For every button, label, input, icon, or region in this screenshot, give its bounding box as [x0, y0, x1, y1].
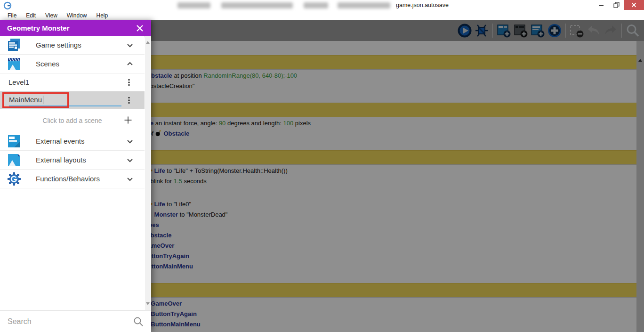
minimize-icon — [598, 2, 604, 8]
restore-icon — [613, 2, 620, 8]
chevron-down-icon[interactable] — [126, 41, 134, 49]
project-title: Geometry Monster — [7, 24, 70, 32]
menu-help[interactable]: Help — [92, 11, 113, 20]
game-settings-icon — [6, 37, 22, 53]
sidebar-item-label: Game settings — [36, 41, 81, 49]
drawer-search-bar — [0, 310, 151, 332]
scene-name-input[interactable] — [9, 94, 121, 106]
sidebar-item-external-layouts[interactable]: External layouts — [0, 151, 145, 170]
gdevelop-logo-icon — [3, 1, 12, 10]
sidebar-item-game-settings[interactable]: Game settings — [0, 36, 145, 55]
close-window-button[interactable] — [624, 0, 644, 10]
plus-icon[interactable] — [124, 116, 132, 124]
titlebar: game.json.autosave — [0, 0, 644, 11]
menu-file[interactable]: File — [3, 11, 21, 20]
search-icon[interactable] — [133, 316, 144, 327]
menubar: FileEditViewWindowHelp — [0, 11, 644, 20]
window-title-redacted — [338, 2, 390, 8]
chevron-up-icon[interactable] — [126, 60, 134, 68]
chevron-down-icon[interactable] — [126, 175, 134, 183]
sidebar-item-label: Functions/Behaviors — [36, 175, 100, 183]
add-scene-row[interactable]: Click to add a scene — [0, 109, 145, 132]
sidebar-item-external-events[interactable]: External events — [0, 132, 145, 151]
sidebar-item-label: Scenes — [36, 60, 59, 68]
scroll-up-icon[interactable] — [146, 41, 150, 44]
window-title-redacted — [304, 2, 328, 8]
external-events-icon — [6, 133, 22, 149]
minimize-button[interactable] — [594, 0, 608, 10]
restore-button[interactable] — [609, 0, 623, 10]
drawer-scrollbar[interactable] — [145, 36, 151, 310]
drawer-close-button[interactable] — [136, 24, 144, 32]
chevron-down-icon[interactable] — [126, 137, 134, 146]
sidebar-item-functions-behaviors[interactable]: Functions/Behaviors — [0, 170, 145, 188]
sidebar-item-label: External layouts — [36, 156, 86, 164]
scene-name-label: Level1 — [8, 78, 29, 86]
menu-view[interactable]: View — [40, 11, 62, 20]
window-title-redacted — [221, 2, 293, 8]
app-window: game.json.autosave FileEditViewWindowHel… — [0, 0, 644, 332]
menu-window[interactable]: Window — [62, 11, 92, 20]
window-title: game.json.autosave — [396, 2, 449, 8]
scene-item-editing — [0, 91, 145, 109]
add-scene-label: Click to add a scene — [42, 117, 102, 124]
chevron-down-icon[interactable] — [126, 156, 134, 164]
menu-edit[interactable]: Edit — [21, 11, 40, 20]
scene-item-level1[interactable]: Level1 — [0, 73, 145, 91]
external-layouts-icon — [6, 152, 22, 168]
window-title-redacted — [177, 2, 210, 8]
kebab-menu-icon[interactable] — [126, 78, 132, 87]
close-icon — [631, 2, 636, 8]
search-input[interactable] — [8, 317, 133, 326]
close-icon — [136, 24, 144, 32]
sidebar-item-label: External events — [36, 137, 84, 145]
text-caret — [43, 96, 43, 104]
scroll-down-icon[interactable] — [146, 302, 150, 305]
drawer-header: Geometry Monster — [0, 20, 151, 36]
functions-behaviors-icon — [6, 171, 22, 187]
drawer-body: Game settingsScenesLevel1Click to add a … — [0, 36, 145, 310]
sidebar-item-scenes[interactable]: Scenes — [0, 55, 145, 73]
kebab-menu-icon[interactable] — [126, 96, 132, 105]
scenes-icon — [6, 56, 22, 72]
project-manager-drawer: Geometry Monster Game settingsScenesLeve… — [0, 20, 151, 332]
